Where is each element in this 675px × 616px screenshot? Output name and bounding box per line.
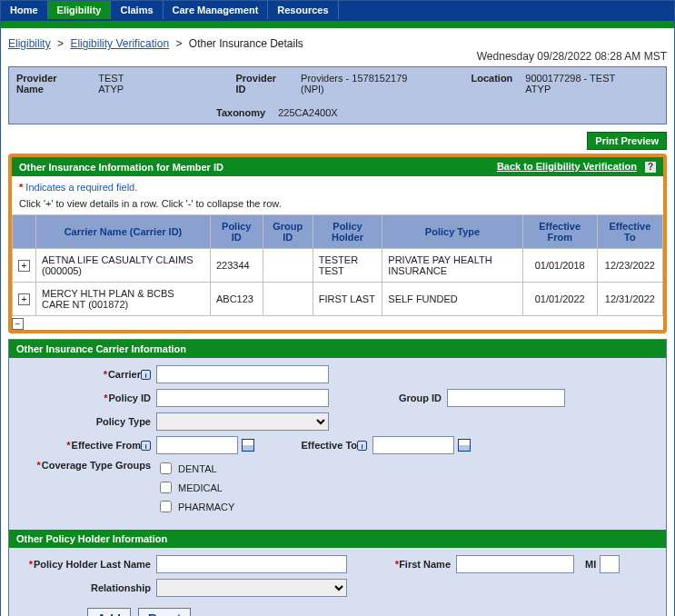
cell-eff-to: 12/23/2022 [597,249,662,283]
tab-care-management[interactable]: Care Management [164,1,269,19]
carrier-info-section: Other Insurance Carrier Information *Car… [8,339,667,616]
last-name-input[interactable] [156,555,347,573]
eff-from-input[interactable] [156,436,238,454]
provider-name-value: TEST ATYP [98,73,150,94]
calendar-icon[interactable] [242,439,254,452]
insurance-table: Carrier Name (Carrier ID) Policy ID Grou… [12,214,663,316]
cell-carrier: AETNA LIFE CASUALTY CLAIMS (000005) [36,249,211,283]
col-eff-to: Effective To [597,215,662,249]
relationship-label: Relationship [91,582,151,593]
back-to-verification-link[interactable]: Back to Eligibility Verification [497,161,637,172]
oii-header: Other Insurance Information for Member I… [12,157,663,176]
cell-policy-id: ABC123 [210,283,263,316]
eff-to-label: Effective To [301,440,357,451]
col-policy-type: Policy Type [382,215,522,249]
provider-panel: Provider Name TEST ATYP Provider ID Prov… [8,66,667,124]
info-icon[interactable]: i [141,370,151,380]
breadcrumb-separator: > [175,37,182,50]
cell-eff-to: 12/31/2022 [597,283,662,316]
tab-resources[interactable]: Resources [268,1,338,19]
pharmacy-label: PHARMACY [178,502,234,512]
table-row: + AETNA LIFE CASUALTY CLAIMS (000005) 22… [13,249,663,283]
carrier-input[interactable] [156,365,329,383]
oii-header-title: Other Insurance Information for Member I… [19,162,223,173]
expand-row-icon[interactable]: + [18,293,30,305]
info-icon[interactable]: i [141,441,151,451]
breadcrumb: Eligibility > Eligibility Verification >… [8,34,667,52]
cell-eff-from: 01/01/2018 [522,249,597,283]
expand-row-icon[interactable]: + [18,260,30,272]
cell-holder: TESTER TEST [313,249,382,283]
eff-to-input[interactable] [372,436,454,454]
breadcrumb-eligibility-link[interactable]: Eligibility [8,37,51,50]
policy-type-select[interactable] [156,412,329,431]
location-label: Location [472,73,513,84]
cell-carrier: MERCY HLTH PLAN & BCBS CARE NT (001872) [36,283,211,316]
eff-from-label: Effective From [72,440,141,451]
medical-checkbox[interactable] [160,482,172,493]
breadcrumb-current: Other Insurance Details [189,37,303,50]
dental-checkbox[interactable] [160,462,172,474]
provider-name-label: Provider Name [16,73,85,94]
carrier-info-header: Other Insurance Carrier Information [9,340,666,358]
col-eff-from: Effective From [522,215,597,249]
info-icon[interactable]: i [357,441,367,451]
taxonomy-label: Taxonomy [216,107,265,118]
relationship-select[interactable] [156,579,347,597]
carrier-label: Carrier [108,369,141,380]
table-row: + MERCY HLTH PLAN & BCBS CARE NT (001872… [13,283,663,316]
provider-id-value: Providers - 1578152179 (NPI) [301,73,431,94]
help-icon[interactable]: ? [645,162,656,173]
group-id-input[interactable] [447,389,565,407]
reset-button[interactable]: Reset [138,608,191,616]
holder-info-title: Other Policy Holder Information [16,533,167,544]
breadcrumb-verification-link[interactable]: Eligibility Verification [70,37,169,50]
cell-type: SELF FUNDED [382,283,522,316]
medical-label: MEDICAL [178,482,223,493]
print-preview-button[interactable]: Print Preview [587,132,667,150]
tab-home[interactable]: Home [1,1,48,19]
cell-type: PRIVATE PAY HEALTH INSURANCE [382,249,522,283]
coverage-groups-label: Coverage Type Groups [42,460,151,471]
col-policy-id: Policy ID [210,215,263,249]
green-bar [1,21,674,28]
policy-id-input[interactable] [156,389,329,407]
required-star-icon: * [19,182,23,193]
expand-instruction: Click '+' to view details in a row. Clic… [19,198,656,209]
tab-eligibility[interactable]: Eligibility [48,1,112,19]
page-timestamp: Wednesday 09/28/2022 08:28 AM MST [8,50,667,63]
col-policy-holder: Policy Holder [313,215,382,249]
cell-policy-id: 223344 [210,249,263,283]
mi-label: MI [585,559,596,570]
taxonomy-value: 225CA2400X [278,107,337,118]
main-tabs: Home Eligibility Claims Care Management … [1,1,674,21]
tab-claims[interactable]: Claims [111,1,163,19]
col-carrier: Carrier Name (Carrier ID) [36,215,211,249]
location-value: 9000177298 - TEST ATYP [525,73,640,94]
required-note: Indicates a required field. [25,182,137,193]
mi-input[interactable] [600,555,620,573]
col-group-id: Group ID [263,215,313,249]
group-id-label: Group ID [399,392,442,403]
calendar-icon[interactable] [458,439,471,452]
cell-eff-from: 01/01/2022 [522,283,597,316]
provider-id-label: Provider ID [235,73,288,94]
first-name-label: First Name [399,559,451,570]
carrier-info-title: Other Insurance Carrier Information [16,343,186,354]
col-expand [13,215,36,249]
first-name-input[interactable] [456,555,574,573]
cell-holder: FIRST LAST [313,283,382,316]
breadcrumb-separator: > [57,37,64,50]
add-button[interactable]: Add [87,608,131,616]
cell-group-id [263,249,313,283]
last-name-label: Policy Holder Last Name [34,559,151,570]
holder-info-header: Other Policy Holder Information [9,530,666,548]
policy-type-label: Policy Type [96,416,151,427]
highlighted-section: Other Insurance Information for Member I… [8,154,667,333]
pharmacy-checkbox[interactable] [160,501,172,512]
collapse-icon[interactable]: − [12,318,24,330]
cell-group-id [263,283,313,316]
policy-id-label: Policy ID [109,392,151,403]
dental-label: DENTAL [178,463,217,474]
